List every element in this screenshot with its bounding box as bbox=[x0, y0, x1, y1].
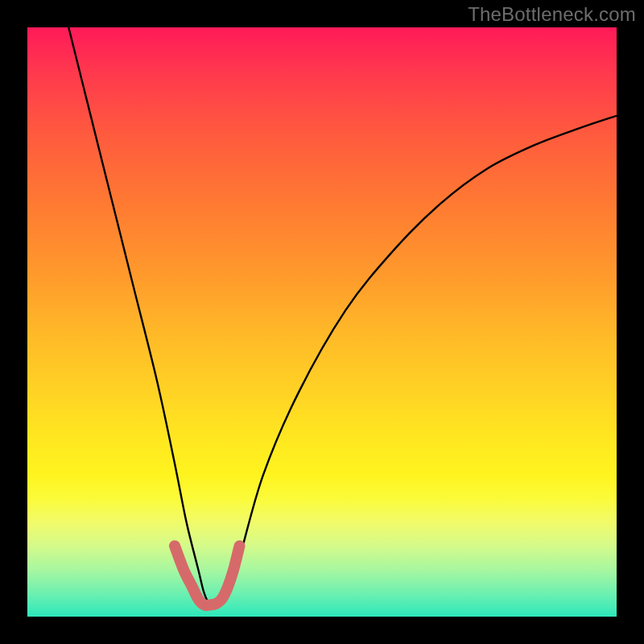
watermark-text: TheBottleneck.com bbox=[468, 3, 636, 26]
highlight-segment bbox=[175, 546, 240, 605]
bottleneck-curve bbox=[68, 27, 617, 606]
plot-area bbox=[27, 27, 617, 617]
chart-frame: TheBottleneck.com bbox=[0, 0, 644, 644]
curve-svg bbox=[27, 27, 617, 617]
